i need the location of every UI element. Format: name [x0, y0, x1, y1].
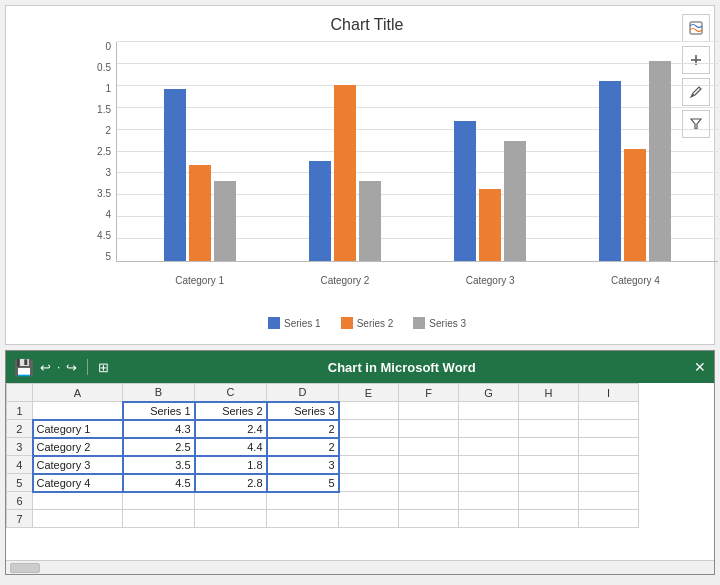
svg-rect-0 — [690, 22, 702, 34]
cell-g1[interactable] — [459, 402, 519, 420]
cell-f3[interactable] — [399, 438, 459, 456]
cell-g6[interactable] — [459, 492, 519, 510]
legend-color-s3 — [413, 317, 425, 329]
col-header-g[interactable]: G — [459, 384, 519, 402]
cell-g3[interactable] — [459, 438, 519, 456]
cell-a7[interactable] — [33, 510, 123, 528]
cell-c3[interactable]: 4.4 — [195, 438, 267, 456]
cell-i7[interactable] — [579, 510, 639, 528]
x-label-cat3: Category 3 — [450, 275, 530, 286]
cell-f6[interactable] — [399, 492, 459, 510]
cell-c1[interactable]: Series 2 — [195, 402, 267, 420]
bar-group-cat2 — [309, 85, 381, 261]
col-header-h[interactable]: H — [519, 384, 579, 402]
cell-d2[interactable]: 2 — [267, 420, 339, 438]
col-header-a[interactable]: A — [33, 384, 123, 402]
spreadsheet-table: A B C D E F G H I 1 — [6, 383, 639, 528]
cell-a2[interactable]: Category 1 — [33, 420, 123, 438]
h-scroll-thumb[interactable] — [10, 563, 40, 573]
horizontal-scrollbar[interactable] — [6, 560, 714, 574]
cell-d5[interactable]: 5 — [267, 474, 339, 492]
col-header-d[interactable]: D — [267, 384, 339, 402]
bar-cat1-s2 — [189, 165, 211, 261]
cell-e7[interactable] — [339, 510, 399, 528]
cell-c5[interactable]: 2.8 — [195, 474, 267, 492]
cell-h6[interactable] — [519, 492, 579, 510]
cell-g2[interactable] — [459, 420, 519, 438]
x-label-cat1: Category 1 — [160, 275, 240, 286]
cell-g7[interactable] — [459, 510, 519, 528]
cell-b2[interactable]: 4.3 — [123, 420, 195, 438]
cell-c4[interactable]: 1.8 — [195, 456, 267, 474]
chart-filter-icon-btn[interactable] — [682, 14, 710, 42]
cell-d4[interactable]: 3 — [267, 456, 339, 474]
cell-a3[interactable]: Category 2 — [33, 438, 123, 456]
cell-c6[interactable] — [195, 492, 267, 510]
cell-i5[interactable] — [579, 474, 639, 492]
cell-h7[interactable] — [519, 510, 579, 528]
x-axis-labels: Category 1 Category 2 Category 3 Categor… — [117, 275, 718, 286]
cell-i1[interactable] — [579, 402, 639, 420]
close-button[interactable]: ✕ — [694, 359, 706, 375]
cell-b7[interactable] — [123, 510, 195, 528]
cell-d6[interactable] — [267, 492, 339, 510]
y-axis: 5 4.5 4 3.5 3 2.5 2 1.5 1 0.5 0 — [66, 42, 116, 262]
cell-a5[interactable]: Category 4 — [33, 474, 123, 492]
cell-e4[interactable] — [339, 456, 399, 474]
cell-h4[interactable] — [519, 456, 579, 474]
cell-h1[interactable] — [519, 402, 579, 420]
col-header-f[interactable]: F — [399, 384, 459, 402]
cell-g4[interactable] — [459, 456, 519, 474]
table-row: 6 — [7, 492, 639, 510]
cell-a6[interactable] — [33, 492, 123, 510]
bar-group-cat3 — [454, 121, 526, 261]
cell-e6[interactable] — [339, 492, 399, 510]
cell-d7[interactable] — [267, 510, 339, 528]
table-row: 5 Category 4 4.5 2.8 5 — [7, 474, 639, 492]
cell-c7[interactable] — [195, 510, 267, 528]
cell-a1[interactable] — [33, 402, 123, 420]
cell-i3[interactable] — [579, 438, 639, 456]
cell-b6[interactable] — [123, 492, 195, 510]
cell-f2[interactable] — [399, 420, 459, 438]
cell-b1[interactable]: Series 1 — [123, 402, 195, 420]
legend-label-s3: Series 3 — [429, 318, 466, 329]
titlebar-left: 💾 ↩ · ↪ ⊞ — [14, 358, 109, 377]
cell-b3[interactable]: 2.5 — [123, 438, 195, 456]
bar-cat4-s1 — [599, 81, 621, 261]
cell-f4[interactable] — [399, 456, 459, 474]
cell-e3[interactable] — [339, 438, 399, 456]
bar-cat2-s2 — [334, 85, 356, 261]
cell-i4[interactable] — [579, 456, 639, 474]
bar-cat3-s2 — [479, 189, 501, 261]
cell-f1[interactable] — [399, 402, 459, 420]
cell-b4[interactable]: 3.5 — [123, 456, 195, 474]
cell-b5[interactable]: 4.5 — [123, 474, 195, 492]
cell-e1[interactable] — [339, 402, 399, 420]
col-header-b[interactable]: B — [123, 384, 195, 402]
cell-e5[interactable] — [339, 474, 399, 492]
cell-i2[interactable] — [579, 420, 639, 438]
cell-g5[interactable] — [459, 474, 519, 492]
cell-a4[interactable]: Category 3 — [33, 456, 123, 474]
cell-i6[interactable] — [579, 492, 639, 510]
table-row: 3 Category 2 2.5 4.4 2 — [7, 438, 639, 456]
bar-cat3-s1 — [454, 121, 476, 261]
grid-scroll[interactable]: A B C D E F G H I 1 — [6, 383, 714, 560]
cell-h5[interactable] — [519, 474, 579, 492]
col-header-e[interactable]: E — [339, 384, 399, 402]
col-header-i[interactable]: I — [579, 384, 639, 402]
cell-e2[interactable] — [339, 420, 399, 438]
undo-icon: ↩ — [40, 360, 51, 375]
bar-group-cat1 — [164, 89, 236, 261]
cell-f5[interactable] — [399, 474, 459, 492]
cell-h3[interactable] — [519, 438, 579, 456]
col-header-c[interactable]: C — [195, 384, 267, 402]
cell-d3[interactable]: 2 — [267, 438, 339, 456]
cell-h2[interactable] — [519, 420, 579, 438]
cell-d1[interactable]: Series 3 — [267, 402, 339, 420]
cell-f7[interactable] — [399, 510, 459, 528]
legend-series2: Series 2 — [341, 317, 394, 329]
cell-c2[interactable]: 2.4 — [195, 420, 267, 438]
x-label-cat2: Category 2 — [305, 275, 385, 286]
